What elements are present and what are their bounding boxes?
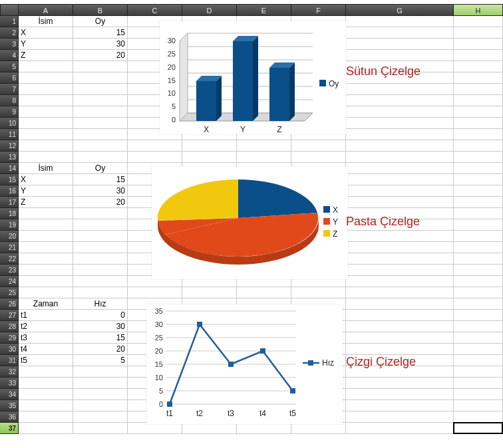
cell-A23[interactable] <box>19 265 73 276</box>
row-header-7[interactable]: 7 <box>0 84 19 95</box>
row-header-37[interactable]: 37 <box>0 423 19 434</box>
row-header-20[interactable]: 20 <box>0 231 19 242</box>
cell-A32[interactable] <box>19 366 73 378</box>
row-header-30[interactable]: 30 <box>0 344 19 355</box>
row-header-22[interactable]: 22 <box>0 253 19 265</box>
cell-H15[interactable] <box>454 174 503 185</box>
cell-H9[interactable] <box>454 106 503 118</box>
cell-G29[interactable] <box>346 332 454 344</box>
line-chart[interactable]: 0 5 10 15 20 25 30 35 <box>146 304 343 424</box>
cell-D13[interactable] <box>182 152 237 163</box>
cell-G36[interactable] <box>346 411 454 423</box>
cell-B16[interactable]: 30 <box>73 185 128 197</box>
cell-H4[interactable] <box>454 50 503 61</box>
cell-H30[interactable] <box>454 344 503 355</box>
cell-A34[interactable] <box>19 389 73 400</box>
cell-A7[interactable] <box>19 84 73 95</box>
cell-F25[interactable] <box>291 287 346 298</box>
cell-B10[interactable] <box>73 118 128 129</box>
cell-E25[interactable] <box>237 287 291 298</box>
row-header-9[interactable]: 9 <box>0 106 19 118</box>
row-header-13[interactable]: 13 <box>0 152 19 163</box>
cell-H11[interactable] <box>454 129 503 140</box>
cell-B4[interactable]: 20 <box>73 50 128 61</box>
row-header-8[interactable]: 8 <box>0 95 19 106</box>
cell-A24[interactable] <box>19 276 73 287</box>
cell-B19[interactable] <box>73 219 128 231</box>
cell-G15[interactable] <box>346 174 454 185</box>
cell-B17[interactable]: 20 <box>73 197 128 208</box>
col-header-H[interactable]: H <box>454 4 503 16</box>
col-header-A[interactable]: A <box>19 4 73 16</box>
row-header-16[interactable]: 16 <box>0 185 19 197</box>
cell-B9[interactable] <box>73 106 128 118</box>
cell-G21[interactable] <box>346 242 454 253</box>
col-header-B[interactable]: B <box>73 4 128 16</box>
row-header-11[interactable]: 11 <box>0 129 19 140</box>
cell-C25[interactable] <box>128 287 182 298</box>
row-header-4[interactable]: 4 <box>0 50 19 61</box>
cell-B2[interactable]: 15 <box>73 27 128 39</box>
cell-A13[interactable] <box>19 152 73 163</box>
cell-A11[interactable] <box>19 129 73 140</box>
cell-H2[interactable] <box>454 27 503 39</box>
cell-A17[interactable]: Z <box>19 197 73 208</box>
cell-B24[interactable] <box>73 276 128 287</box>
row-header-31[interactable]: 31 <box>0 355 19 366</box>
pie-chart[interactable]: X Y Z <box>152 166 348 279</box>
cell-G1[interactable] <box>346 16 454 27</box>
cell-H22[interactable] <box>454 253 503 265</box>
cell-G22[interactable] <box>346 253 454 265</box>
cell-G35[interactable] <box>346 400 454 411</box>
cell-A35[interactable] <box>19 400 73 411</box>
cell-B20[interactable] <box>73 231 128 242</box>
cell-B36[interactable] <box>73 411 128 423</box>
row-header-5[interactable]: 5 <box>0 61 19 72</box>
cell-G23[interactable] <box>346 265 454 276</box>
row-header-2[interactable]: 2 <box>0 27 19 39</box>
cell-G25[interactable] <box>346 287 454 298</box>
cell-B6[interactable] <box>73 72 128 84</box>
cell-A20[interactable] <box>19 231 73 242</box>
cell-H24[interactable] <box>454 276 503 287</box>
cell-G13[interactable] <box>346 152 454 163</box>
cell-B1[interactable]: Oy <box>73 16 128 27</box>
cell-B30[interactable]: 20 <box>73 344 128 355</box>
cell-G11[interactable] <box>346 129 454 140</box>
cell-B7[interactable] <box>73 84 128 95</box>
row-header-17[interactable]: 17 <box>0 197 19 208</box>
cell-H18[interactable] <box>454 208 503 219</box>
row-header-18[interactable]: 18 <box>0 208 19 219</box>
cell-A37[interactable] <box>19 423 73 434</box>
row-header-35[interactable]: 35 <box>0 400 19 411</box>
cell-G2[interactable] <box>346 27 454 39</box>
row-header-15[interactable]: 15 <box>0 174 19 185</box>
cell-H34[interactable] <box>454 389 503 400</box>
cell-B11[interactable] <box>73 129 128 140</box>
cell-B31[interactable]: 5 <box>73 355 128 366</box>
cell-G4[interactable] <box>346 50 454 61</box>
cell-H23[interactable] <box>454 265 503 276</box>
row-header-32[interactable]: 32 <box>0 366 19 378</box>
cell-D25[interactable] <box>182 287 237 298</box>
row-header-36[interactable]: 36 <box>0 411 19 423</box>
cell-A27[interactable]: t1 <box>19 310 73 321</box>
cell-E12[interactable] <box>237 140 291 152</box>
cell-H33[interactable] <box>454 378 503 389</box>
cell-H14[interactable] <box>454 163 503 174</box>
cell-H6[interactable] <box>454 72 503 84</box>
cell-G20[interactable] <box>346 231 454 242</box>
cell-A33[interactable] <box>19 378 73 389</box>
cell-E13[interactable] <box>237 152 291 163</box>
cell-G10[interactable] <box>346 118 454 129</box>
cell-A18[interactable] <box>19 208 73 219</box>
row-header-14[interactable]: 14 <box>0 163 19 174</box>
cell-G14[interactable] <box>346 163 454 174</box>
cell-B26[interactable]: Hız <box>73 298 128 310</box>
row-header-10[interactable]: 10 <box>0 118 19 129</box>
cell-A28[interactable]: t2 <box>19 321 73 332</box>
cell-H26[interactable] <box>454 298 503 310</box>
cell-G7[interactable] <box>346 84 454 95</box>
cell-H17[interactable] <box>454 197 503 208</box>
cell-B33[interactable] <box>73 378 128 389</box>
